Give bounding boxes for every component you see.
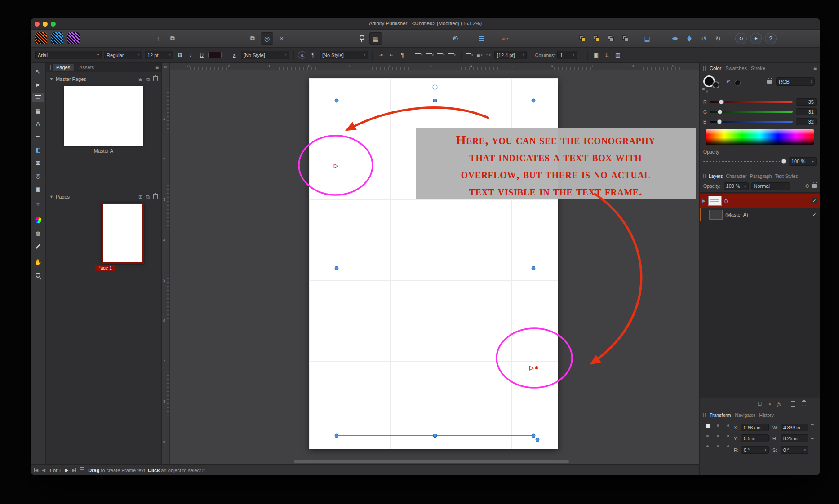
text-ruler-button[interactable]: ☰ [475,32,488,45]
bold-button[interactable]: B [176,51,184,60]
master-a-thumbnail[interactable] [64,86,143,146]
duplicate-master-icon[interactable]: ⧉ [146,76,150,82]
vertical-ruler[interactable]: 1 2 3 4 5 6 7 8 9 [162,70,170,464]
send-to-back-button[interactable] [619,32,632,45]
horizontal-scrollbar[interactable] [294,460,569,463]
fill-gradient-tool[interactable]: ◧ [32,145,44,155]
text-flow-input-marker-icon[interactable]: ▷ [334,163,338,168]
pin-button[interactable] [355,32,368,45]
node-tool[interactable]: ▶ [32,80,44,89]
red-value[interactable]: 35 [796,98,817,106]
show-bleed-button[interactable]: ⊠ [275,32,288,45]
disclosure-triangle-icon[interactable]: ▼ [49,77,53,81]
tab-text-styles[interactable]: Text Styles [775,173,798,179]
lock-icon[interactable] [767,80,772,84]
tab-layers[interactable]: Layers [709,173,723,179]
color-spectrum-strip[interactable] [706,129,814,145]
layers-stack-icon[interactable]: ≣ [704,401,708,407]
text-overflow-marker-icon[interactable]: ▷ [529,365,534,371]
color-mode-combo[interactable]: RGB↕ [776,77,815,86]
adjustment-layer-icon[interactable]: ◑ [768,401,771,407]
font-size-combo[interactable]: 12 pt↕ [145,51,173,59]
blend-mode-combo[interactable]: Normal↕ [751,182,790,190]
y-field[interactable]: 0.5 in [741,434,769,442]
font-style-combo[interactable]: Regular↕ [104,51,142,59]
anchor-bottom-left[interactable] [706,445,709,447]
layer-effects-icon[interactable]: fx [777,401,781,407]
first-page-button[interactable]: ◀ [34,468,38,473]
text-color-swatch[interactable] [208,52,222,58]
studio-presets-button[interactable]: ✦ [750,33,762,44]
place-image-tool[interactable]: ▣ [32,184,44,194]
align-left-button[interactable]: ▾ [415,53,423,57]
ruler-unit-corner[interactable]: in [162,63,170,70]
color-picker-pen-icon[interactable]: ✎ [725,79,731,83]
eyedropper-tool[interactable] [32,241,44,251]
paragraph-style-combo[interactable]: [No Style]↕ [320,51,368,59]
rotation-handle[interactable] [433,85,438,90]
red-slider-knob[interactable] [719,100,724,105]
duplicate-view-button[interactable]: ⧉ [246,32,259,45]
handle-mid-left[interactable] [335,266,339,270]
anchor-top-right[interactable] [727,424,729,427]
tab-stroke[interactable]: Stroke [751,66,765,71]
picture-frame-tool[interactable]: ⊠ [32,158,44,168]
stroke-color-circle-icon[interactable] [712,81,719,88]
tab-transform[interactable]: Transform [710,412,731,418]
tab-assets[interactable]: Assets [75,64,98,71]
next-page-button[interactable]: ▶ [65,468,68,473]
baseline-grid-button[interactable]: ▥ [613,51,622,60]
vector-flood-tool-button[interactable]: ✒ ▾ [499,32,511,45]
shear-field[interactable]: 0 °▾ [781,446,808,454]
delete-master-icon[interactable] [153,76,158,81]
layer-visibility-checkbox[interactable]: ✓ [812,212,817,217]
tab-history[interactable]: History [759,412,774,418]
color-wheel-tool[interactable] [32,215,44,225]
anchor-bottom-center[interactable] [717,445,719,447]
anchor-mid-right[interactable] [727,435,729,437]
character-style-combo[interactable]: [No Style]↕ [241,51,289,59]
disclosure-triangle-icon[interactable]: ▼ [49,195,53,199]
zoom-tool[interactable] [32,270,44,280]
bring-forward-button[interactable] [590,32,603,45]
previous-page-button[interactable]: ◀ [42,468,45,473]
overflow-eye-icon[interactable]: ◉ [535,366,538,370]
bring-to-front-button[interactable] [576,32,589,45]
crop-tool[interactable]: ⌗ [32,199,44,209]
reset-colors-icon[interactable] [706,90,708,93]
swap-colors-icon[interactable] [702,88,705,90]
page1-thumbnail[interactable] [102,203,144,264]
table-tool[interactable]: ▦ [32,106,44,115]
handle-top-right[interactable] [532,99,536,103]
tab-color[interactable]: Color [710,66,721,71]
pen-tool[interactable]: ✒ [32,132,44,141]
blue-value[interactable]: 32 [796,118,817,125]
rotation-field[interactable]: 0 °▾ [741,446,769,454]
send-backward-button[interactable] [605,32,617,45]
show-special-characters-button[interactable]: ¶ [398,51,407,60]
shape-tool[interactable]: ◎ [32,171,44,181]
opacity-slider-knob[interactable] [781,159,786,164]
handle-top-left[interactable] [335,99,339,103]
anchor-top-center[interactable] [717,424,719,427]
horizontal-ruler[interactable]: -3 -2 -1 0 1 2 3 4 5 6 7 8 9 [170,63,699,70]
h-field[interactable]: 8.25 in [781,434,808,442]
align-center-button[interactable]: ▾ [426,53,434,57]
tab-swatches[interactable]: Swatches [725,66,747,71]
italic-button[interactable]: I [186,51,195,60]
opacity-combo[interactable]: 100 %▾ [789,157,817,166]
color-cycle-button[interactable]: ↻ [735,33,747,44]
rotate-cw-button[interactable]: ↻ [712,32,724,45]
align-right-button[interactable]: ▾ [437,53,445,57]
flip-horizontal-button[interactable] [669,32,681,45]
package-button[interactable]: ⧉ [166,32,179,45]
designer-persona-icon[interactable] [51,32,63,44]
leading-combo[interactable]: [12.4 pt]↕ [494,51,527,59]
opacity-slider[interactable] [703,161,786,162]
tab-paragraph[interactable]: Paragraph [750,173,772,179]
handle-bottom-left[interactable] [335,434,339,438]
style-picker-tool[interactable]: ◍ [32,228,44,238]
delete-page-icon[interactable] [153,194,158,199]
alignment-button[interactable]: ▤ [641,32,653,45]
help-button[interactable]: ? [765,33,777,44]
